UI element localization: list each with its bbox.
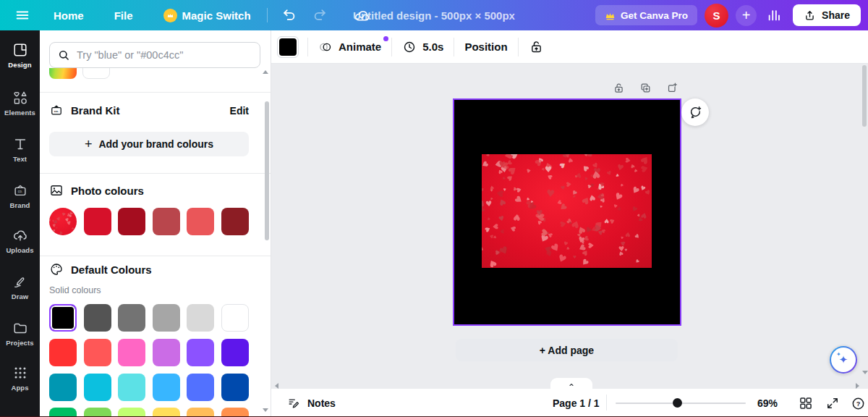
insights-chart-icon[interactable] <box>764 4 786 26</box>
colour-swatch[interactable] <box>84 374 111 401</box>
colour-swatch[interactable] <box>153 208 180 235</box>
colour-swatch[interactable] <box>187 304 214 332</box>
heart-shape: ♥ <box>574 174 578 178</box>
redo-icon[interactable] <box>308 4 331 27</box>
colour-swatch[interactable] <box>49 339 77 366</box>
fullscreen-icon[interactable] <box>824 395 841 412</box>
heart-shape: ♥ <box>565 247 570 252</box>
colour-swatch[interactable] <box>49 374 77 401</box>
menu-icon[interactable] <box>12 4 33 26</box>
sidebar-item-text[interactable]: Text <box>0 136 40 171</box>
duplicate-page-icon[interactable] <box>638 80 653 96</box>
page-indicator[interactable]: Page 1 / 1 <box>553 397 600 409</box>
colour-swatch[interactable] <box>153 339 180 366</box>
vertical-scrollbar-thumb[interactable] <box>862 65 867 127</box>
nav-home[interactable]: Home <box>54 9 84 22</box>
heart-shape: ♥ <box>540 228 550 238</box>
colour-panel: co. Brand Kit Edit + Add your brand colo… <box>40 30 271 417</box>
animate-button[interactable]: Animate <box>317 37 383 57</box>
zoom-slider[interactable] <box>616 389 746 417</box>
notes-button[interactable]: Notes <box>287 396 336 410</box>
section-divider <box>40 256 271 256</box>
heart-shape: ♥ <box>513 187 518 191</box>
heart-shape: ♥ <box>599 196 607 204</box>
sidebar-item-apps[interactable]: Apps <box>0 365 40 400</box>
collapse-bottom-bar-tab[interactable] <box>550 378 592 389</box>
colour-swatch[interactable] <box>118 208 145 235</box>
sidebar-item-uploads[interactable]: Uploads <box>0 227 40 262</box>
add-page-button[interactable]: + Add page <box>456 339 678 361</box>
avatar[interactable]: S <box>705 4 728 28</box>
colour-swatch[interactable] <box>221 208 249 235</box>
toolbar-separator <box>454 38 454 56</box>
background-colour-button[interactable] <box>277 36 299 58</box>
zoom-percentage[interactable]: 69% <box>757 397 778 409</box>
document-title[interactable]: Untitled design - 500px × 500px <box>353 9 515 22</box>
nav-file[interactable]: File <box>114 9 133 22</box>
assistant-button[interactable]: ✦ ✦ <box>830 346 857 374</box>
sidebar-item-projects[interactable]: Projects <box>0 320 40 355</box>
solid-colours-label: Solid colours <box>49 285 101 295</box>
position-button[interactable]: Position <box>463 38 509 56</box>
comment-button[interactable] <box>681 98 709 126</box>
page-lock-icon[interactable] <box>611 80 626 96</box>
panel-scroll-up-arrow[interactable] <box>263 70 268 74</box>
sidebar-item-draw[interactable]: Draw <box>0 274 40 308</box>
share-button[interactable]: Share <box>793 4 861 26</box>
colour-swatch[interactable] <box>84 304 111 332</box>
colour-swatch[interactable] <box>187 374 214 401</box>
colour-swatch[interactable] <box>49 304 77 332</box>
colour-search-input[interactable] <box>77 49 252 61</box>
hearts-photo-element[interactable]: ♥♥♥♥♥♥♥♥♥♥♥♥♥♥♥♥♥♥♥♥♥♥♥♥♥♥♥♥♥♥♥♥♥♥♥♥♥♥♥♥… <box>482 154 652 268</box>
colour-swatch[interactable] <box>187 339 214 366</box>
assistant-button-inner: ✦ ✦ <box>831 348 856 372</box>
heart-shape: ♥ <box>491 223 499 230</box>
colour-swatch[interactable] <box>187 208 214 235</box>
help-icon[interactable]: ? <box>849 395 867 413</box>
add-member-button[interactable]: + <box>736 5 757 26</box>
avatar-initial: S <box>713 9 720 22</box>
notes-label: Notes <box>307 397 336 409</box>
grid-view-icon[interactable] <box>797 395 814 412</box>
add-page-icon[interactable] <box>665 80 680 96</box>
heart-shape: ♥ <box>490 195 494 200</box>
colour-swatch[interactable] <box>118 304 145 332</box>
colour-swatch[interactable] <box>221 339 249 366</box>
heart-shape: ♥ <box>486 257 498 268</box>
sidebar-item-elements[interactable]: Elements <box>0 90 40 125</box>
design-page[interactable]: ♥♥♥♥♥♥♥♥♥♥♥♥♥♥♥♥♥♥♥♥♥♥♥♥♥♥♥♥♥♥♥♥♥♥♥♥♥♥♥♥… <box>454 100 680 324</box>
colour-swatch[interactable] <box>221 304 249 332</box>
colour-swatch[interactable] <box>153 374 180 401</box>
vertical-scroll-down-arrow[interactable] <box>862 371 868 374</box>
heart-shape: ♥ <box>618 240 626 247</box>
gradient-colour-swatch[interactable] <box>49 68 77 79</box>
horizontal-scroll-right-arrow[interactable] <box>856 383 859 389</box>
heart-shape: ♥ <box>558 160 567 169</box>
document-toolbar: Animate 5.0s Position <box>271 30 868 64</box>
heart-shape: ♥ <box>525 201 538 214</box>
colour-swatch[interactable]: ♥♥♥♥♥♥♥♥♥♥♥♥♥♥♥♥ <box>49 208 77 235</box>
undo-icon[interactable] <box>278 4 301 27</box>
zoom-slider-thumb[interactable] <box>673 398 682 408</box>
heart-shape: ♥ <box>633 168 638 173</box>
colour-swatch[interactable] <box>84 339 111 366</box>
panel-scrollbar-thumb[interactable] <box>265 101 269 240</box>
photo-colours-row: ♥♥♥♥♥♥♥♥♥♥♥♥♥♥♥♥ <box>49 208 249 235</box>
sidebar-item-brand[interactable]: co. Brand <box>0 182 40 217</box>
lock-button[interactable] <box>527 36 545 57</box>
get-canva-pro-button[interactable]: Get Canva Pro <box>595 5 697 25</box>
sidebar-item-design[interactable]: Design <box>0 42 40 77</box>
white-colour-swatch[interactable] <box>82 68 110 79</box>
colour-swatch[interactable] <box>153 304 180 332</box>
brand-kit-edit-link[interactable]: Edit <box>230 105 249 117</box>
add-brand-colours-button[interactable]: + Add your brand colours <box>49 132 249 156</box>
nav-magic-switch[interactable]: Magic Switch <box>163 9 251 22</box>
duration-button[interactable]: 5.0s <box>401 37 445 57</box>
colour-swatch[interactable] <box>221 374 249 401</box>
heart-shape: ♥ <box>564 154 571 159</box>
colour-swatch[interactable] <box>118 339 145 366</box>
colour-swatch[interactable] <box>84 208 111 235</box>
horizontal-scroll-left-arrow[interactable] <box>275 383 278 389</box>
colour-swatch[interactable] <box>118 374 145 401</box>
panel-scroll-down-arrow[interactable] <box>263 408 268 412</box>
